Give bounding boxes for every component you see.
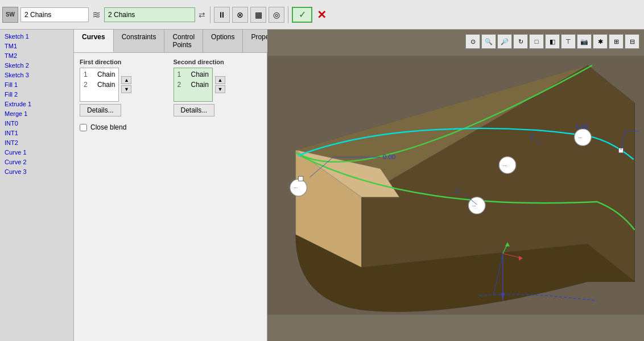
first-direction-arrows: ▲ ▼	[121, 76, 131, 93]
toolbar-separator2	[288, 6, 288, 23]
back-view-button[interactable]: ◧	[545, 34, 560, 49]
tab-control-points[interactable]: Control Points	[164, 30, 203, 52]
left-sidebar: Sketch 1 TM1 TM2 Sketch 2 Sketch 3 Fill …	[0, 30, 74, 341]
dim-label-2: 0.00	[576, 123, 589, 130]
first-direction-list: 1 Chain 2 Chain	[80, 68, 119, 102]
toolbar-separator	[210, 6, 210, 23]
confirm-button[interactable]: ✓	[292, 7, 312, 23]
first-chain-2[interactable]: 2 Chain	[81, 80, 117, 90]
tab-bar: Curves Constraints Control Points Option…	[74, 30, 267, 53]
chain1-num: 1	[84, 70, 93, 78]
top-view-button[interactable]: ⊤	[561, 34, 576, 49]
dim-label-1: 0.00	[383, 153, 396, 160]
sidebar-item-tm2[interactable]: TM2	[2, 51, 71, 60]
no-entry-button[interactable]: ⊗	[232, 7, 248, 23]
zoom-fit-button[interactable]: ⊙	[465, 34, 480, 49]
handle-4-dots: ···	[472, 203, 476, 209]
display-settings-button[interactable]: ✱	[593, 34, 608, 49]
front-view-button[interactable]: □	[529, 34, 544, 49]
arrow-icon: ⇄	[199, 10, 205, 19]
zoom-in-button[interactable]: 🔍	[481, 34, 496, 49]
left-point	[299, 176, 303, 181]
sidebar-item-tm1[interactable]: TM1	[2, 41, 71, 51]
corner-point	[618, 148, 623, 153]
chain4-name: Chain	[191, 81, 209, 89]
second-direction-arrows: ▲ ▼	[215, 76, 225, 93]
second-chain-2[interactable]: 2 Chain	[175, 80, 211, 90]
chain1-name: Chain	[97, 70, 115, 78]
chain2-name: Chain	[97, 81, 115, 89]
sidebar-item-curve1[interactable]: Curve 1	[2, 148, 71, 157]
handle-2[interactable]	[499, 157, 516, 174]
viewport[interactable]: ⊙ 🔍 🔎 ↻ □ ◧ ⊤ 📷 ✱ ⊞ ⊟	[267, 30, 644, 341]
sidebar-item-int2[interactable]: INT2	[2, 138, 71, 147]
first-direction-label: First direction	[80, 59, 168, 65]
sidebar-item-sketch3[interactable]: Sketch 3	[2, 70, 71, 80]
cancel-icon: ✕	[317, 9, 327, 21]
sidebar-items: Sketch 1 TM1 TM2 Sketch 2 Sketch 3 Fill …	[0, 30, 73, 341]
sidebar-item-fill2[interactable]: Fill 2	[2, 90, 71, 99]
second-direction-list: 1 Chain 2 Chain	[174, 68, 213, 102]
display1-button[interactable]: ⊞	[609, 34, 624, 49]
first-direction-box: First direction 1 Chain 2 Chain	[80, 59, 168, 117]
sidebar-item-curve3[interactable]: Curve 3	[2, 167, 71, 176]
second-details-button[interactable]: Details...	[174, 104, 215, 117]
second-direction-label: Second direction	[174, 59, 262, 65]
second-up-arrow[interactable]: ▲	[215, 76, 225, 84]
3d-scene: ··· ··· ··· ··· 0.00 0.00 1 2	[267, 30, 644, 341]
sidebar-item-extrude1[interactable]: Extrude 1	[2, 99, 71, 109]
zoom-out-button[interactable]: 🔎	[497, 34, 512, 49]
tab-constraints[interactable]: Constraints	[114, 30, 165, 52]
close-blend-label: Close blend	[90, 123, 126, 131]
second-direction-box: Second direction 1 Chain 2 Chain	[174, 59, 262, 117]
tab-options[interactable]: Options	[203, 30, 243, 52]
wave-icon: ≋	[92, 9, 101, 21]
chain3-name: Chain	[191, 70, 209, 78]
close-blend-row: Close blend	[80, 123, 261, 131]
sidebar-item-int0[interactable]: INT0	[2, 119, 71, 128]
main-area: Sketch 1 TM1 TM2 Sketch 2 Sketch 3 Fill …	[0, 30, 644, 341]
app-logo: SW	[2, 7, 18, 23]
panel-area: Curves Constraints Control Points Option…	[74, 30, 267, 341]
main-toolbar: SW ≋ ⇄ ⏸ ⊗ ▦ ◎ ✓ ✕	[0, 0, 644, 30]
chain4-num: 2	[177, 81, 187, 89]
chain2-num: 2	[84, 81, 93, 89]
camera-button[interactable]: 📷	[577, 34, 592, 49]
panel-content: First direction 1 Chain 2 Chain	[74, 53, 267, 341]
sidebar-item-curve2[interactable]: Curve 2	[2, 157, 71, 167]
grid-button[interactable]: ▦	[250, 7, 266, 23]
handle-1[interactable]	[290, 179, 307, 196]
handle-3-dots: ···	[578, 135, 582, 140]
display2-button[interactable]: ⊟	[625, 34, 639, 49]
sidebar-item-int1[interactable]: INT1	[2, 128, 71, 138]
first-details-button[interactable]: Details...	[80, 104, 121, 117]
glasses-button[interactable]: ◎	[269, 7, 284, 23]
cancel-button[interactable]: ✕	[315, 8, 329, 22]
viewport-toolbar: ⊙ 🔍 🔎 ↻ □ ◧ ⊤ 📷 ✱ ⊞ ⊟	[465, 34, 639, 49]
first-chain-1[interactable]: 1 Chain	[81, 69, 117, 80]
sidebar-item-merge1[interactable]: Merge 1	[2, 109, 71, 118]
field1-input[interactable]	[20, 7, 89, 22]
second-down-arrow[interactable]: ▼	[215, 85, 225, 93]
tab-curves[interactable]: Curves	[74, 30, 114, 52]
handle-2-dots: ···	[503, 163, 507, 168]
chain3-num: 1	[177, 70, 187, 78]
curve-label-1: 1	[456, 188, 459, 194]
sidebar-item-sketch1[interactable]: Sketch 1	[2, 32, 71, 41]
second-chain-1[interactable]: 1 Chain	[175, 69, 211, 80]
sidebar-item-sketch2[interactable]: Sketch 2	[2, 61, 71, 70]
directions-row: First direction 1 Chain 2 Chain	[80, 59, 261, 117]
handle-1-dots: ···	[294, 185, 298, 190]
close-blend-checkbox[interactable]	[80, 124, 87, 131]
field2-input[interactable]	[104, 7, 195, 22]
rotate-button[interactable]: ↻	[513, 34, 528, 49]
pause-button[interactable]: ⏸	[214, 7, 230, 23]
first-up-arrow[interactable]: ▲	[121, 76, 131, 84]
handle-3[interactable]	[575, 129, 592, 146]
confirm-icon: ✓	[299, 9, 306, 20]
sidebar-item-fill1[interactable]: Fill 1	[2, 80, 71, 89]
first-down-arrow[interactable]: ▼	[121, 85, 131, 93]
curve-label-2: 2	[530, 132, 534, 139]
